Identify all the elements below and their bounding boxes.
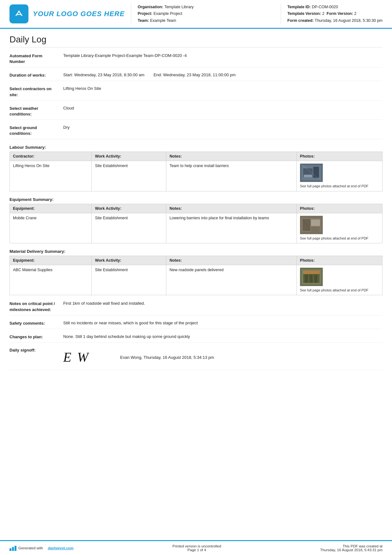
labour-summary-title: Labour Summary: [9,145,383,150]
duration-end: End: Wednesday, 23 May 2018, 11:00:00 pm [154,72,236,77]
equipment-col4-header: Photos: [297,204,382,213]
notes-critical-label: Notes on critical point / milestones ach… [9,300,63,312]
changes-label: Changes to plan: [9,334,63,340]
material-equipment-cell: ABC Material Supplies [10,265,92,295]
labour-col2-header: Work Activity: [92,152,166,161]
footer-right: This PDF was created at Thursday, 16 Aug… [320,544,383,552]
equipment-photo-caption: See full page photos attached at end of … [300,236,368,240]
equipment-photo-thumbnail [300,216,323,234]
signature-display: E W [63,347,101,367]
template-id-label: Template ID: [287,5,311,9]
material-photo-cell-content: See full page photos attached at end of … [300,268,379,292]
weather-row: Select weather conditions: Cloud [9,105,383,120]
labour-col3-header: Notes: [166,152,297,161]
svg-rect-19 [309,275,313,283]
safety-value: Still no incidents or near misses, which… [63,320,383,326]
signoff-label: Daily signoff: [9,347,63,352]
equipment-col3-header: Notes: [166,204,297,213]
team-label: Team: [138,18,149,23]
labour-col1-header: Contractor: [10,152,92,161]
project-row: Project: Example Project [138,10,274,17]
signoff-name: Evan Wong, Thursday, 16 August 2018, 5:3… [120,355,214,360]
header-right: Template ID: DP-COM-0020 Template Versio… [281,4,383,24]
changes-value: None. Still 1 day behind schedule but ma… [63,334,383,340]
material-col1-header: Equipment: [10,256,92,265]
brand-link[interactable]: dashpivot.com [48,546,73,550]
ground-row: Select ground conditions: Dry [9,124,383,139]
page-label: Page 1 of 4 [172,548,221,552]
svg-rect-17 [303,271,320,274]
material-table-header-row: Equipment: Work Activity: Notes: Photos: [10,256,383,265]
weather-value: Cloud [63,105,383,111]
equipment-col1-header: Equipment: [10,204,92,213]
svg-rect-20 [314,275,317,283]
equipment-summary-title: Equipment Summary: [9,197,383,202]
footer-center: Printed version is uncontrolled Page 1 o… [172,544,221,552]
contractors-value: Lifting Heros On Site [63,85,383,92]
equipment-notes-cell: Lowering barriers into place for final i… [166,213,297,243]
notes-critical-value: First 1km of roadside wall fixed and ins… [63,300,383,307]
material-photo-thumbnail [300,268,323,286]
organisation-label: Organisation: [138,5,163,9]
duration-value: Start: Wednesday, 23 May 2018, 8:30:00 a… [63,72,383,78]
safety-label: Safety comments: [9,320,63,326]
material-table-row: ABC Material Supplies Site Establishment… [10,265,383,295]
material-activity-cell: Site Establishment [92,265,166,295]
logo-icon [9,4,28,23]
ground-value: Dry [63,124,383,131]
team-value: Example Team [150,18,176,23]
organisation-value: Template Library [164,5,193,9]
footer-left: Generated with dashpivot.com [9,545,73,551]
labour-photo-cell-content: See full page photos attached at end of … [300,164,379,188]
material-col3-header: Notes: [166,256,297,265]
form-created-row: Form created: Thursday, 16 August 2018, … [287,17,383,24]
header-meta: Organisation: Template Library Project: … [131,4,274,24]
organisation-row: Organisation: Template Library [138,4,274,10]
svg-rect-11 [311,220,320,226]
page: YOUR LoGo GOES HERE Organisation: Templa… [0,0,392,555]
svg-rect-6 [304,175,312,177]
labour-activity-cell: Site Establishment [92,161,166,191]
equipment-name-cell: Mobile Crane [10,213,92,243]
duration-start: Start: Wednesday, 23 May 2018, 8:30:00 a… [63,72,144,77]
material-photo-caption: See full page photos attached at end of … [300,288,368,292]
duration-label: Duration of works: [9,72,63,78]
svg-rect-18 [305,275,308,283]
labour-col4-header: Photos: [297,152,382,161]
logo-text: YOUR LoGo GOES HERE [33,10,125,18]
material-summary-table: Equipment: Work Activity: Notes: Photos:… [9,256,383,295]
material-col2-header: Work Activity: [92,256,166,265]
print-notice: Printed version is uncontrolled [172,544,221,548]
document-title: Daily Log [9,34,383,47]
safety-row: Safety comments: Still no incidents or n… [9,320,383,329]
material-col4-header: Photos: [297,256,382,265]
labour-contractor-cell: Lifting Heros On Site [10,161,92,191]
equipment-summary-table: Equipment: Work Activity: Notes: Photos:… [9,204,383,243]
labour-summary-table: Contractor: Work Activity: Notes: Photos… [9,152,383,191]
equipment-photo-cell-content: See full page photos attached at end of … [300,216,379,240]
form-version-value: 2 [354,11,357,16]
form-created-label: Form created: [287,18,314,23]
team-row: Team: Example Team [138,17,274,24]
labour-notes-cell: Team to help crane install barriers [166,161,297,191]
svg-rect-21 [9,548,11,551]
signoff-row: Daily signoff: E W Evan Wong, Thursday, … [9,347,383,370]
form-created-value: Thursday, 16 August 2018, 5:30:30 pm [315,18,383,23]
svg-point-1 [18,10,20,12]
ground-label: Select ground conditions: [9,124,63,136]
footer: Generated with dashpivot.com Printed ver… [0,540,392,555]
pdf-created-label: This PDF was created at [320,544,383,548]
labour-photo-caption: See full page photos attached at end of … [300,184,368,188]
logo-area: YOUR LoGo GOES HERE [9,4,125,24]
material-summary-title: Material Delivery Summary: [9,249,383,254]
header: YOUR LoGo GOES HERE Organisation: Templa… [0,0,392,29]
labour-table-row: Lifting Heros On Site Site Establishment… [10,161,383,191]
svg-rect-22 [12,547,14,551]
labour-table-header-row: Contractor: Work Activity: Notes: Photos… [10,152,383,161]
material-photos-cell: See full page photos attached at end of … [297,265,382,295]
template-id-row: Template ID: DP-COM-0020 [287,4,383,10]
template-version-label: Template Version: [287,11,321,16]
svg-rect-5 [313,167,319,178]
changes-row: Changes to plan: None. Still 1 day behin… [9,334,383,343]
notes-critical-row: Notes on critical point / milestones ach… [9,300,383,315]
